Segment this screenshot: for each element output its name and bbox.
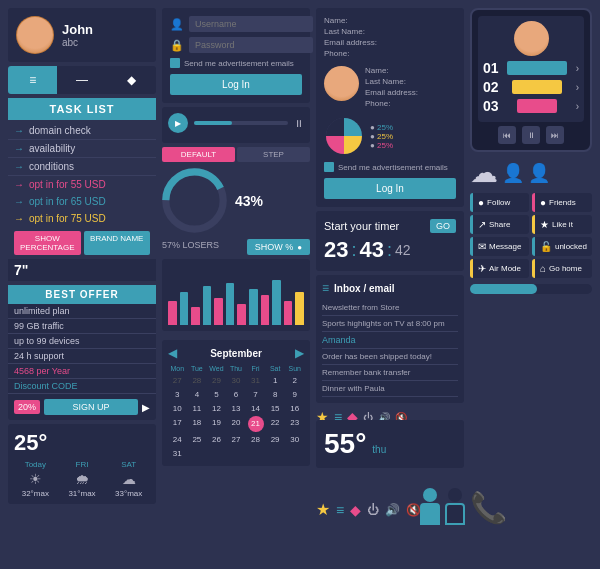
show-percentage-btn-2[interactable]: SHOW % ● bbox=[247, 239, 310, 255]
mini-scrollbar[interactable] bbox=[470, 284, 592, 294]
follow-button[interactable]: ● Follow bbox=[470, 193, 529, 212]
bar-10 bbox=[272, 280, 281, 325]
like-button[interactable]: ★ Like it bbox=[532, 215, 592, 234]
offer-item-3: up to 99 devices bbox=[8, 334, 156, 349]
cal-day-29[interactable]: 29 bbox=[266, 433, 285, 446]
calendar-prev-btn[interactable]: ◀ bbox=[168, 346, 177, 360]
cal-day-23[interactable]: 23 bbox=[285, 416, 304, 432]
cal-day-24[interactable]: 24 bbox=[168, 433, 187, 446]
cal-day-9[interactable]: 9 bbox=[285, 388, 304, 401]
email-item-2[interactable]: Sports highlights on TV at 8:00 pm bbox=[322, 316, 458, 332]
ctrl-rew[interactable]: ⏮ bbox=[498, 126, 516, 144]
ctrl-fwd[interactable]: ⏭ bbox=[546, 126, 564, 144]
cal-day-27-prev[interactable]: 27 bbox=[168, 374, 187, 387]
circle-icon: ● bbox=[297, 243, 302, 252]
tab-default[interactable]: DEFAULT bbox=[162, 147, 235, 162]
profile-section: John abc bbox=[8, 8, 156, 62]
cal-day-13[interactable]: 13 bbox=[227, 402, 246, 415]
ctrl-pause[interactable]: ⏸ bbox=[522, 126, 540, 144]
cal-day-2[interactable]: 2 bbox=[285, 374, 304, 387]
airmode-button[interactable]: ✈ Air Mode bbox=[470, 259, 529, 278]
friends-button[interactable]: ● Friends bbox=[532, 193, 592, 212]
cal-day-10[interactable]: 10 bbox=[168, 402, 187, 415]
share-button[interactable]: ↗ Share bbox=[470, 215, 529, 234]
best-offer-section: BEST OFFER unlimited plan 99 GB traffic … bbox=[8, 285, 156, 420]
cal-day-22[interactable]: 22 bbox=[266, 416, 285, 432]
email-item-1[interactable]: Newsletter from Store bbox=[322, 300, 458, 316]
cal-day-4[interactable]: 4 bbox=[188, 388, 207, 401]
cal-day-18[interactable]: 18 bbox=[188, 416, 207, 432]
nav-btn-3[interactable]: ◆ bbox=[107, 66, 156, 94]
cal-day-11[interactable]: 11 bbox=[188, 402, 207, 415]
register-col-2: Name: Last Name: Email address: Phone: bbox=[365, 66, 456, 110]
pie-row: ● 25% ● 25% ● 25% bbox=[324, 116, 456, 156]
bottom-menu-icon: ≡ bbox=[336, 502, 344, 518]
cal-day-31[interactable]: 31 bbox=[168, 447, 187, 460]
email-item-6[interactable]: Dinner with Paula bbox=[322, 381, 458, 397]
email-item-3[interactable]: Amanda bbox=[322, 332, 458, 349]
calendar-next-btn[interactable]: ▶ bbox=[295, 346, 304, 360]
reg-name-label: Name: bbox=[324, 16, 456, 25]
cal-day-31-prev[interactable]: 31 bbox=[246, 374, 265, 387]
play-button[interactable]: ▶ bbox=[168, 113, 188, 133]
reg-checkbox[interactable] bbox=[324, 162, 334, 172]
cal-day-12[interactable]: 12 bbox=[207, 402, 226, 415]
pause-icon[interactable]: ⏸ bbox=[294, 118, 304, 129]
left-panel: John abc ≡ — ◆ TASK LIST → domain check … bbox=[8, 8, 156, 504]
bar-8 bbox=[249, 289, 258, 325]
charts-panel: 👤 🔒 Send me advertisement emails Log In … bbox=[162, 8, 310, 383]
power-btn-icon[interactable]: ⏻ bbox=[367, 503, 379, 517]
message-button[interactable]: ✉ Message bbox=[470, 237, 529, 256]
cal-day-20[interactable]: 20 bbox=[227, 416, 246, 432]
bar-1 bbox=[168, 301, 177, 325]
bar-chart bbox=[162, 259, 310, 331]
cal-day-1[interactable]: 1 bbox=[266, 374, 285, 387]
bar-12 bbox=[295, 292, 304, 325]
cal-day-16[interactable]: 16 bbox=[285, 402, 304, 415]
vol-up-icon[interactable]: 🔊 bbox=[385, 503, 400, 517]
signup-button[interactable]: SIGN UP bbox=[44, 399, 138, 415]
nav-btn-1[interactable]: ≡ bbox=[8, 66, 57, 94]
vol-mute-icon[interactable]: 🔇 bbox=[406, 503, 421, 517]
arrow-icon-5: → bbox=[14, 196, 24, 207]
cal-day-28[interactable]: 28 bbox=[246, 433, 265, 446]
size-number: 7" bbox=[14, 262, 28, 278]
like-label: Like it bbox=[552, 220, 573, 229]
newsletter-checkbox[interactable] bbox=[170, 58, 180, 68]
go-button[interactable]: GO bbox=[430, 219, 456, 233]
cal-day-27[interactable]: 27 bbox=[227, 433, 246, 446]
register-login-btn[interactable]: Log In bbox=[324, 178, 456, 199]
cal-day-14[interactable]: 14 bbox=[246, 402, 265, 415]
gohome-button[interactable]: ⌂ Go home bbox=[532, 259, 592, 278]
cal-day-6[interactable]: 6 bbox=[227, 388, 246, 401]
cal-day-19[interactable]: 19 bbox=[207, 416, 226, 432]
tab-step[interactable]: STEP bbox=[237, 147, 310, 162]
phone-screen: 01 › 02 › 03 › bbox=[478, 16, 584, 122]
cal-day-30-prev[interactable]: 30 bbox=[227, 374, 246, 387]
cal-day-5[interactable]: 5 bbox=[207, 388, 226, 401]
brand-name-btn[interactable]: BRAND NAME bbox=[84, 231, 151, 255]
usd-item-1: → opt in for 55 USD bbox=[8, 176, 156, 193]
unlocked-button[interactable]: 🔓 unlocked bbox=[532, 237, 592, 256]
cal-day-29-prev[interactable]: 29 bbox=[207, 374, 226, 387]
cal-day-28-prev[interactable]: 28 bbox=[188, 374, 207, 387]
cal-day-25[interactable]: 25 bbox=[188, 433, 207, 446]
username-input[interactable] bbox=[189, 16, 313, 32]
cal-day-8[interactable]: 8 bbox=[266, 388, 285, 401]
nav-btn-2[interactable]: — bbox=[57, 66, 106, 94]
big-temperature: 55° bbox=[324, 428, 366, 460]
login-button[interactable]: Log In bbox=[170, 74, 302, 95]
cal-day-17[interactable]: 17 bbox=[168, 416, 187, 432]
email-item-5[interactable]: Remember bank transfer bbox=[322, 365, 458, 381]
email-item-4[interactable]: Order has been shipped today! bbox=[322, 349, 458, 365]
cal-day-15[interactable]: 15 bbox=[266, 402, 285, 415]
password-input[interactable] bbox=[189, 37, 313, 53]
cal-day-30[interactable]: 30 bbox=[285, 433, 304, 446]
bar-9 bbox=[261, 295, 270, 325]
cal-day-3[interactable]: 3 bbox=[168, 388, 187, 401]
show-percentage-btn[interactable]: SHOW PERCENTAGE bbox=[14, 231, 81, 255]
cal-day-26[interactable]: 26 bbox=[207, 433, 226, 446]
discount-badge: 20% bbox=[14, 400, 40, 414]
cal-day-21-today[interactable]: 21 bbox=[248, 416, 264, 432]
cal-day-7[interactable]: 7 bbox=[246, 388, 265, 401]
